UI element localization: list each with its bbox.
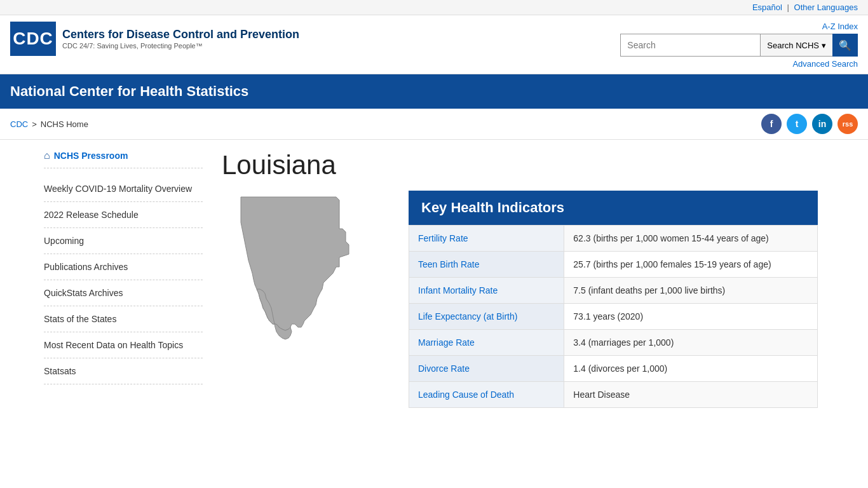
table-row: Leading Cause of Death Heart Disease xyxy=(409,382,818,408)
indicator-value-cell: 7.5 (infant deaths per 1,000 live births… xyxy=(564,278,818,304)
twitter-icon[interactable]: t xyxy=(787,114,807,134)
breadcrumb-cdc[interactable]: CDC xyxy=(10,119,28,129)
indicator-label-cell: Marriage Rate xyxy=(409,330,564,356)
sidebar-item-release-label: 2022 Release Schedule xyxy=(44,210,139,220)
state-title: Louisiana xyxy=(222,150,818,180)
search-scope-label: Search NCHS xyxy=(767,41,819,50)
breadcrumb-row: CDC > NCHS Home f t in rss xyxy=(0,109,868,140)
indicator-link[interactable]: Divorce Rate xyxy=(418,363,470,374)
search-area: A-Z Index Search NCHS ▾ 🔍 Advanced Searc… xyxy=(620,22,858,69)
main-content: ⌂ NCHS Pressroom Weekly COVID-19 Mortali… xyxy=(34,140,834,418)
social-icons: f t in rss xyxy=(761,114,858,134)
site-nav-bar: National Center for Health Statistics xyxy=(0,74,868,109)
breadcrumb: CDC > NCHS Home xyxy=(10,119,88,129)
sidebar-item-quickstats-label: QuickStats Archives xyxy=(44,288,123,298)
indicator-value-cell: 1.4 (divorces per 1,000) xyxy=(564,356,818,382)
sidebar-item-release-link[interactable]: 2022 Release Schedule xyxy=(44,210,139,220)
sidebar-item-covid[interactable]: Weekly COVID-19 Mortality Overview xyxy=(44,176,203,202)
indicator-link[interactable]: Teen Birth Rate xyxy=(418,259,480,269)
sidebar-item-most-recent-label: Most Recent Data on Health Topics xyxy=(44,340,183,350)
logo-area: CDC Centers for Disease Control and Prev… xyxy=(10,22,299,56)
search-input[interactable] xyxy=(620,34,760,57)
sidebar-item-upcoming-link[interactable]: Upcoming xyxy=(44,236,84,246)
sidebar-item-upcoming-label: Upcoming xyxy=(44,236,84,246)
indicators-panel: Key Health Indicators Fertility Rate 62.… xyxy=(409,191,818,408)
az-index-link[interactable]: A-Z Index xyxy=(822,22,858,31)
cdc-logo: CDC xyxy=(10,22,56,56)
top-utility-bar: Español | Other Languages xyxy=(0,0,868,15)
sidebar-item-publications-link[interactable]: Publications Archives xyxy=(44,262,128,272)
sidebar-item-statsats-link[interactable]: Statsats xyxy=(44,366,76,376)
indicator-label-cell: Fertility Rate xyxy=(409,226,564,252)
rss-icon[interactable]: rss xyxy=(837,114,858,134)
table-row: Divorce Rate 1.4 (divorces per 1,000) xyxy=(409,356,818,382)
sidebar: ⌂ NCHS Pressroom Weekly COVID-19 Mortali… xyxy=(44,150,215,408)
sidebar-item-most-recent[interactable]: Most Recent Data on Health Topics xyxy=(44,332,203,358)
other-languages-link[interactable]: Other Languages xyxy=(794,3,858,12)
sidebar-item-release[interactable]: 2022 Release Schedule xyxy=(44,202,203,228)
table-row: Infant Mortality Rate 7.5 (infant deaths… xyxy=(409,278,818,304)
search-row: Search NCHS ▾ 🔍 xyxy=(620,34,858,57)
sidebar-item-quickstats-link[interactable]: QuickStats Archives xyxy=(44,288,123,298)
separator: | xyxy=(787,3,789,12)
org-info: Centers for Disease Control and Preventi… xyxy=(62,28,299,50)
sidebar-item-quickstats[interactable]: QuickStats Archives xyxy=(44,280,203,306)
espanol-link[interactable]: Español xyxy=(752,3,782,12)
state-map xyxy=(222,191,393,345)
table-row: Fertility Rate 62.3 (births per 1,000 wo… xyxy=(409,226,818,252)
sidebar-item-upcoming[interactable]: Upcoming xyxy=(44,228,203,254)
sidebar-item-covid-link[interactable]: Weekly COVID-19 Mortality Overview xyxy=(44,184,192,194)
breadcrumb-separator: > xyxy=(32,119,37,129)
indicator-label-cell: Life Expectancy (at Birth) xyxy=(409,304,564,330)
right-content: Louisiana Key Health Indicators Fertilit… xyxy=(215,150,824,408)
sidebar-item-covid-label: Weekly COVID-19 Mortality Overview xyxy=(44,184,192,194)
indicator-label-cell: Leading Cause of Death xyxy=(409,382,564,408)
sidebar-item-publications[interactable]: Publications Archives xyxy=(44,254,203,280)
indicator-link[interactable]: Life Expectancy (at Birth) xyxy=(418,311,517,322)
table-row: Life Expectancy (at Birth) 73.1 years (2… xyxy=(409,304,818,330)
cdc-acronym: CDC xyxy=(13,30,53,48)
indicator-value-cell: Heart Disease xyxy=(564,382,818,408)
sidebar-item-most-recent-link[interactable]: Most Recent Data on Health Topics xyxy=(44,340,183,350)
search-button[interactable]: 🔍 xyxy=(832,34,858,57)
table-row: Teen Birth Rate 25.7 (births per 1,000 f… xyxy=(409,252,818,278)
sidebar-home-label: NCHS Pressroom xyxy=(54,151,128,161)
indicator-value-cell: 73.1 years (2020) xyxy=(564,304,818,330)
indicator-value-cell: 62.3 (births per 1,000 women 15-44 years… xyxy=(564,226,818,252)
search-icon: 🔍 xyxy=(839,39,851,51)
home-icon: ⌂ xyxy=(44,150,50,161)
sidebar-item-stats-states-label: Stats of the States xyxy=(44,314,116,324)
indicator-link[interactable]: Fertility Rate xyxy=(418,233,468,243)
site-header: CDC Centers for Disease Control and Prev… xyxy=(0,15,868,74)
site-title: National Center for Health Statistics xyxy=(10,83,858,100)
linkedin-icon[interactable]: in xyxy=(812,114,832,134)
breadcrumb-current: NCHS Home xyxy=(41,119,88,129)
dropdown-arrow-icon: ▾ xyxy=(822,41,826,50)
sidebar-item-publications-label: Publications Archives xyxy=(44,262,128,272)
search-scope-button[interactable]: Search NCHS ▾ xyxy=(760,34,832,57)
org-tagline: CDC 24/7: Saving Lives, Protecting Peopl… xyxy=(62,42,299,50)
indicator-link[interactable]: Marriage Rate xyxy=(418,337,475,348)
sidebar-item-statsats-label: Statsats xyxy=(44,366,76,376)
org-name: Centers for Disease Control and Preventi… xyxy=(62,28,299,42)
louisiana-map-svg xyxy=(222,191,387,343)
indicator-value-cell: 3.4 (marriages per 1,000) xyxy=(564,330,818,356)
indicator-label-cell: Infant Mortality Rate xyxy=(409,278,564,304)
indicator-label-cell: Divorce Rate xyxy=(409,356,564,382)
sidebar-item-stats-states-link[interactable]: Stats of the States xyxy=(44,314,116,324)
sidebar-home-link[interactable]: ⌂ NCHS Pressroom xyxy=(44,150,203,168)
indicator-link[interactable]: Leading Cause of Death xyxy=(418,390,514,400)
indicators-header: Key Health Indicators xyxy=(409,191,818,225)
sidebar-item-statsats[interactable]: Statsats xyxy=(44,358,203,384)
indicators-table: Fertility Rate 62.3 (births per 1,000 wo… xyxy=(409,225,818,408)
indicator-label-cell: Teen Birth Rate xyxy=(409,252,564,278)
indicator-link[interactable]: Infant Mortality Rate xyxy=(418,285,498,295)
indicators-tbody: Fertility Rate 62.3 (births per 1,000 wo… xyxy=(409,226,818,408)
sidebar-item-stats-states[interactable]: Stats of the States xyxy=(44,306,203,332)
table-row: Marriage Rate 3.4 (marriages per 1,000) xyxy=(409,330,818,356)
state-body: Key Health Indicators Fertility Rate 62.… xyxy=(222,191,818,408)
indicator-value-cell: 25.7 (births per 1,000 females 15-19 yea… xyxy=(564,252,818,278)
advanced-search-link[interactable]: Advanced Search xyxy=(792,59,858,69)
facebook-icon[interactable]: f xyxy=(761,114,782,134)
